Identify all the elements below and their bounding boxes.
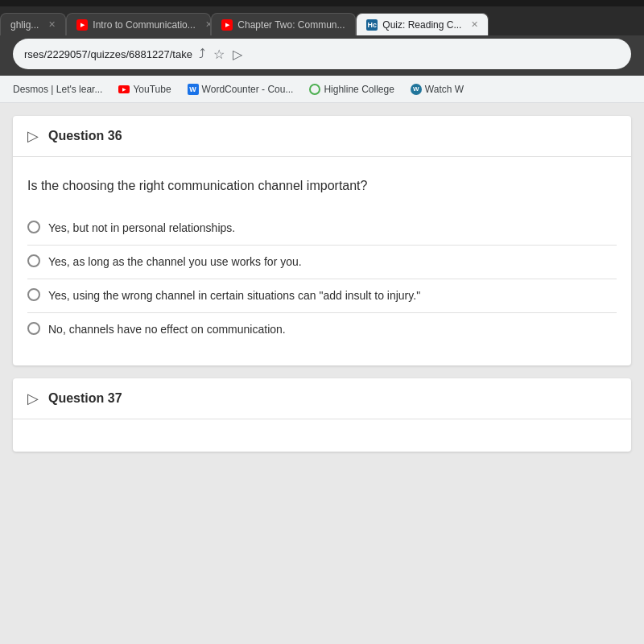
address-bar[interactable]: rses/2229057/quizzes/6881227/take ⤴ ☆ ▷ xyxy=(13,39,631,69)
main-content: ▷ Question 36 Is the choosing the right … xyxy=(0,103,644,644)
tab-3[interactable]: Chapter Two: Commun... ✕ xyxy=(211,13,356,35)
question-36-text: Is the choosing the right communication … xyxy=(27,176,617,196)
bookmark-watch-icon: W xyxy=(411,84,422,95)
tab-4-close[interactable]: ✕ xyxy=(466,19,478,30)
bookmark-youtube-icon xyxy=(118,85,130,93)
bookmark-wordcounter-icon: W xyxy=(188,84,199,95)
question-36-body: Is the choosing the right communication … xyxy=(13,157,631,365)
browser-chrome: ghlig... ✕ Intro to Communicatio... ✕ Ch… xyxy=(0,6,644,103)
bookmark-highline-icon xyxy=(309,84,320,95)
bookmark-watch[interactable]: W Watch W xyxy=(404,80,470,98)
bookmark-wordcounter[interactable]: W WordCounter - Cou... xyxy=(181,80,300,98)
top-bar xyxy=(0,0,644,6)
option-36-a[interactable]: Yes, but not in personal relationships. xyxy=(27,212,617,245)
option-36-b-text: Yes, as long as the channel you use work… xyxy=(48,254,302,270)
tab-2-close[interactable]: ✕ xyxy=(200,19,212,30)
star-icon[interactable]: ☆ xyxy=(213,47,225,62)
option-36-b[interactable]: Yes, as long as the channel you use work… xyxy=(27,245,617,279)
question-36-options: Yes, but not in personal relationships. … xyxy=(27,212,617,346)
tab-1-label: ghlig... xyxy=(10,19,39,31)
tab-1[interactable]: ghlig... ✕ xyxy=(0,13,66,35)
radio-36-a[interactable] xyxy=(27,221,40,233)
question-37-card: ▷ Question 37 xyxy=(13,378,631,452)
tab-3-label: Chapter Two: Commun... xyxy=(237,19,345,31)
question-37-title: Question 37 xyxy=(48,391,122,406)
bookmark-youtube[interactable]: YouTube xyxy=(112,80,177,98)
address-icons: ⤴ ☆ ▷ xyxy=(199,47,242,62)
option-36-a-text: Yes, but not in personal relationships. xyxy=(48,220,235,237)
question-36-arrow-icon: ▷ xyxy=(27,127,39,145)
option-36-d[interactable]: No, channels have no effect on communica… xyxy=(27,312,617,346)
bookmark-desmos[interactable]: Desmos | Let's lear... xyxy=(6,80,109,98)
forward-icon[interactable]: ▷ xyxy=(233,47,242,62)
radio-36-c[interactable] xyxy=(27,288,40,301)
radio-36-d[interactable] xyxy=(27,322,40,335)
tab-4-hc-icon: Hc xyxy=(366,19,378,31)
tab-4[interactable]: Hc Quiz: Reading C... ✕ xyxy=(356,13,489,35)
question-37-arrow-icon: ▷ xyxy=(27,390,39,407)
tab-2-label: Intro to Communicatio... xyxy=(93,19,195,31)
tab-3-close[interactable]: ✕ xyxy=(350,19,357,30)
question-36-title: Question 36 xyxy=(48,129,122,143)
question-37-body xyxy=(13,419,631,452)
radio-36-b[interactable] xyxy=(27,254,40,267)
tab-1-close[interactable]: ✕ xyxy=(43,19,56,30)
bookmark-wordcounter-label: WordCounter - Cou... xyxy=(202,84,294,95)
tab-2-yt-icon xyxy=(76,19,88,31)
option-36-d-text: No, channels have no effect on communica… xyxy=(48,321,286,338)
question-36-header: ▷ Question 36 xyxy=(13,116,631,157)
address-url: rses/2229057/quizzes/6881227/take xyxy=(24,48,192,60)
bookmark-watch-label: Watch W xyxy=(425,84,464,95)
question-36-card: ▷ Question 36 Is the choosing the right … xyxy=(13,116,631,365)
bookmark-highline[interactable]: Highline College xyxy=(303,80,400,98)
bookmarks-bar: Desmos | Let's lear... YouTube W WordCou… xyxy=(0,76,644,103)
tab-2[interactable]: Intro to Communicatio... ✕ xyxy=(66,13,211,35)
option-36-c-text: Yes, using the wrong channel in certain … xyxy=(48,287,420,304)
bookmark-youtube-label: YouTube xyxy=(133,84,171,95)
question-37-header: ▷ Question 37 xyxy=(13,378,631,419)
option-36-c[interactable]: Yes, using the wrong channel in certain … xyxy=(27,279,617,312)
bookmark-desmos-label: Desmos | Let's lear... xyxy=(13,84,102,95)
tab-3-yt-icon xyxy=(221,19,233,31)
bookmark-highline-label: Highline College xyxy=(324,84,394,95)
tab-bar: ghlig... ✕ Intro to Communicatio... ✕ Ch… xyxy=(0,6,644,35)
share-icon[interactable]: ⤴ xyxy=(199,47,205,61)
tab-4-label: Quiz: Reading C... xyxy=(382,19,461,31)
